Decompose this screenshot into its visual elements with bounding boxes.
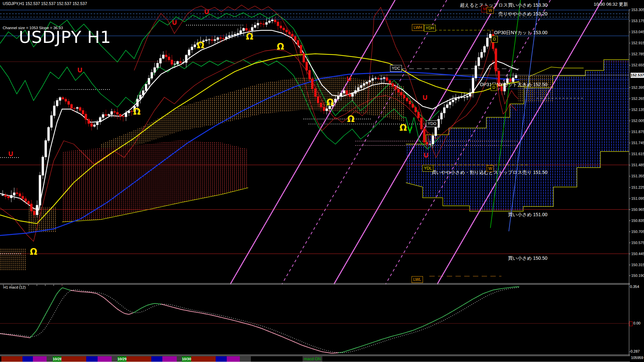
- svg-text:Ω: Ω: [326, 97, 334, 107]
- price-tick: 151.615: [631, 152, 644, 156]
- volume-value: 105959: [631, 356, 643, 360]
- trade-annotation[interactable]: OP31日NYカット大きめ 152.50: [480, 82, 547, 88]
- level-label-w[interactable]: W: [487, 165, 494, 172]
- price-tick: 150.575: [631, 241, 644, 245]
- macd-zero-marker: [629, 321, 633, 326]
- svg-text:Ω: Ω: [277, 42, 284, 52]
- level-label-ydo[interactable]: YDO: [426, 120, 438, 127]
- session-segment: [126, 356, 151, 362]
- date-label: 10/28: [53, 356, 61, 362]
- pane-separator: [0, 284, 630, 285]
- symbol-ohlc-line: USDJPY,H1 152.537 152.537 152.537 152.53…: [3, 1, 87, 6]
- level-label-lwh[interactable]: LWH: [412, 24, 424, 31]
- current-price-box: 152.537: [631, 73, 644, 78]
- price-tick: 150.965: [631, 207, 644, 212]
- price-tick: 150.835: [631, 219, 644, 223]
- macd-axis-zero: 0.00: [633, 321, 640, 325]
- price-tick: 153.045: [631, 30, 644, 34]
- price-tick: 152.655: [631, 63, 644, 67]
- trade-annotation[interactable]: 超えるとストップロス買い小さめ 153.30: [460, 2, 547, 8]
- price-chart-canvas[interactable]: ∪∪∪∪∪∪∪ΩΩΩΩΩΩΩΩV: [0, 0, 629, 362]
- session-segment: [86, 356, 98, 362]
- svg-text:∪: ∪: [76, 65, 83, 74]
- symbol-watermark: USDJPY H1: [19, 27, 111, 47]
- date-label: 10/29: [117, 356, 126, 362]
- macd-axis-max: 0.354: [630, 285, 639, 289]
- svg-text:Ω: Ω: [347, 114, 355, 124]
- pane-separator[interactable]: [0, 283, 630, 284]
- trade-annotation[interactable]: OP30日NYカット 153.00: [494, 30, 547, 36]
- price-tick: 151.745: [631, 141, 644, 145]
- price-tick: 150.190: [631, 274, 644, 278]
- session-segment: [33, 356, 47, 362]
- price-tick: 153.175: [631, 19, 644, 23]
- svg-text:Ω: Ω: [133, 107, 141, 117]
- price-tick: 150.445: [631, 252, 644, 256]
- session-segment: [227, 356, 240, 362]
- session-segment: [191, 356, 216, 362]
- price-tick: 151.875: [631, 130, 644, 134]
- svg-text:Ω: Ω: [30, 247, 37, 257]
- svg-text:V: V: [407, 125, 413, 133]
- svg-text:∪: ∪: [423, 150, 429, 160]
- session-segment: [1, 356, 22, 362]
- price-tick: 152.135: [631, 108, 644, 112]
- trade-annotation[interactable]: 売りやや小さめ 153.20: [498, 11, 547, 17]
- session-segment: [98, 356, 112, 362]
- session-segment: [216, 356, 227, 362]
- svg-text:Ω: Ω: [246, 32, 253, 42]
- session-segment: [22, 356, 33, 362]
- svg-text:∪: ∪: [171, 17, 178, 27]
- price-tick: 151.225: [631, 185, 644, 189]
- update-timestamp: 10/30 06:32 更新: [594, 1, 628, 7]
- session-segment: [240, 356, 251, 362]
- level-label-ydc[interactable]: YDC: [390, 65, 402, 72]
- price-tick: 150.705: [631, 230, 644, 234]
- level-label-ydh[interactable]: YDH: [424, 25, 436, 32]
- level-label-d[interactable]: D: [491, 36, 498, 43]
- price-tick: 153.305: [631, 8, 644, 12]
- level-label-ydl[interactable]: YDL: [422, 165, 433, 172]
- svg-text:∪: ∪: [345, 74, 352, 83]
- svg-text:∪: ∪: [203, 7, 210, 16]
- trading-chart-window: ∪∪∪∪∪∪∪ΩΩΩΩΩΩΩΩV USDJPY,H1 152.537 152.5…: [0, 0, 644, 362]
- session-segment: [47, 356, 53, 362]
- price-tick: 152.785: [631, 52, 644, 56]
- price-tick: 150.315: [631, 263, 644, 267]
- session-segment: [112, 356, 117, 362]
- level-label-lwl[interactable]: LWL: [412, 276, 423, 283]
- price-tick: 151.095: [631, 196, 644, 200]
- svg-text:Ω: Ω: [197, 40, 204, 50]
- price-tick: 152.395: [631, 85, 644, 89]
- price-tick: 152.265: [631, 97, 644, 101]
- axis-border: [629, 9, 629, 355]
- price-tick: 152.005: [631, 119, 644, 123]
- session-segment: [162, 356, 177, 362]
- price-tick: 151.485: [631, 163, 644, 167]
- price-tick: 152.915: [631, 41, 644, 45]
- date-label: 10/30: [182, 356, 191, 362]
- trade-annotation[interactable]: 買い小さめ 151.00: [508, 212, 547, 218]
- svg-text:Ω: Ω: [399, 123, 407, 133]
- macd-indicator-label: H1 macd (12): [3, 285, 26, 289]
- price-tick: 151.355: [631, 174, 644, 178]
- session-segment: [61, 356, 86, 362]
- macd-toggle-indicator[interactable]: macd ON: [303, 356, 322, 362]
- macd-axis-min: -0.287: [629, 349, 640, 353]
- svg-text:∪: ∪: [7, 149, 14, 158]
- session-segment: [151, 356, 162, 362]
- pane-separator: [0, 356, 630, 356]
- level-label-w[interactable]: W: [487, 7, 494, 14]
- level-label-d[interactable]: D: [491, 84, 497, 91]
- pane-separator[interactable]: [0, 355, 630, 355]
- trade-annotation[interactable]: 買い小さめ 150.50: [508, 255, 547, 261]
- session-segment: [177, 356, 182, 362]
- svg-text:∪: ∪: [422, 93, 428, 102]
